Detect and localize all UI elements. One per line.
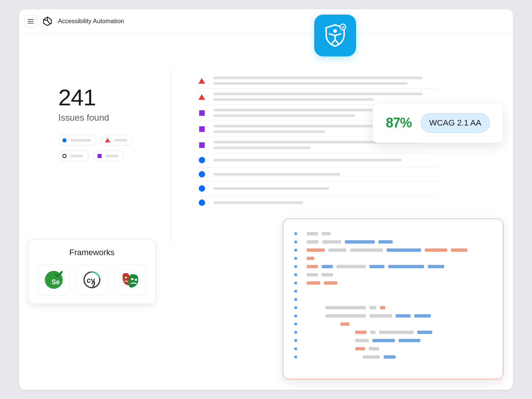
issue-row[interactable] (198, 182, 437, 196)
issue-row[interactable] (198, 73, 437, 89)
issue-row[interactable] (198, 167, 437, 182)
triangle-red-icon (105, 138, 110, 142)
gutter-dot-icon (294, 339, 297, 342)
code-token (307, 240, 319, 244)
issue-row[interactable] (198, 196, 437, 210)
gutter-dot-icon (294, 257, 297, 260)
playwright-icon (120, 271, 140, 289)
severity-moderate-icon (199, 200, 205, 206)
code-line (294, 254, 492, 262)
code-token (337, 265, 366, 268)
filter-chip[interactable] (58, 134, 96, 146)
compliance-percent: 87% (386, 115, 412, 131)
compliance-score-card: 87% WCAG 2.1 AA (372, 103, 503, 143)
browserstack-logo-icon (42, 16, 53, 27)
severity-critical-icon (198, 78, 205, 84)
issue-row[interactable] (198, 153, 437, 167)
code-token (307, 248, 325, 252)
dot-blue-icon (62, 138, 66, 142)
code-token (451, 248, 467, 252)
code-token (417, 331, 432, 334)
header-logo-area: Accessibility Automation (42, 16, 124, 27)
header-title: Accessibility Automation (58, 18, 124, 25)
code-line (294, 320, 492, 328)
gutter-dot-icon (294, 282, 297, 284)
code-line (294, 328, 492, 336)
code-token (428, 265, 444, 268)
severity-moderate-icon (199, 157, 205, 163)
chip-bar (105, 155, 118, 157)
svg-point-10 (131, 278, 134, 280)
filter-chip[interactable] (58, 150, 89, 161)
chip-bar (70, 155, 83, 157)
code-line (294, 229, 492, 238)
svg-rect-2 (28, 23, 34, 24)
code-line (294, 270, 492, 279)
code-token (425, 248, 447, 252)
severity-serious-icon (199, 142, 205, 148)
filter-chip[interactable] (93, 150, 124, 161)
code-line (294, 279, 492, 287)
svg-point-11 (135, 279, 137, 281)
gutter-dot-icon (294, 273, 297, 276)
code-token (340, 322, 349, 326)
code-token (322, 265, 333, 268)
code-token (396, 314, 411, 318)
gutter-dot-icon (294, 290, 297, 293)
code-snippet-card (283, 219, 503, 379)
code-token (414, 314, 431, 318)
code-token (350, 248, 383, 252)
issue-text-placeholder (213, 93, 423, 101)
gutter-dot-icon (294, 232, 297, 235)
code-token (369, 306, 376, 309)
code-line (294, 295, 492, 303)
svg-point-9 (125, 277, 127, 278)
code-line (294, 303, 492, 312)
framework-selenium[interactable]: Se (38, 264, 69, 296)
accessibility-hero-badge (314, 15, 356, 56)
severity-serious-icon (199, 126, 205, 132)
issues-summary: 241 Issues found (58, 84, 109, 123)
code-token (388, 265, 424, 268)
accessibility-shield-icon (322, 22, 348, 49)
code-token (369, 265, 384, 268)
severity-moderate-icon (199, 171, 205, 177)
code-token (322, 232, 331, 235)
svg-text:Se: Se (52, 278, 60, 286)
code-token (399, 339, 420, 342)
code-token (387, 248, 421, 252)
framework-cypress[interactable]: cy (76, 264, 108, 296)
code-token (307, 265, 318, 268)
svg-rect-1 (28, 21, 34, 22)
code-line (294, 246, 492, 254)
code-token (307, 232, 318, 235)
svg-rect-0 (28, 19, 34, 20)
code-token (324, 281, 337, 285)
code-token (355, 339, 369, 342)
gutter-dot-icon (294, 306, 297, 309)
code-token (355, 331, 366, 334)
issue-text-placeholder (213, 201, 303, 204)
code-token (380, 306, 385, 309)
gutter-dot-icon (294, 323, 297, 325)
severity-serious-icon (199, 110, 205, 116)
code-token (369, 314, 392, 318)
filter-chip[interactable] (101, 134, 133, 146)
code-token (378, 240, 393, 244)
gutter-dot-icon (294, 356, 297, 358)
code-token (322, 240, 341, 244)
gutter-dot-icon (294, 249, 297, 251)
frameworks-grid: Se cy (37, 264, 147, 296)
issue-text-placeholder (213, 159, 402, 161)
vertical-divider (170, 67, 171, 245)
code-token (379, 331, 414, 334)
chip-bar (70, 139, 91, 142)
code-line (294, 262, 492, 270)
code-token (325, 314, 366, 318)
code-token (322, 273, 333, 276)
code-token (369, 347, 379, 350)
menu-button[interactable] (24, 15, 37, 28)
framework-playwright[interactable] (114, 264, 146, 296)
issues-count: 241 (58, 84, 109, 111)
code-line (294, 238, 492, 246)
